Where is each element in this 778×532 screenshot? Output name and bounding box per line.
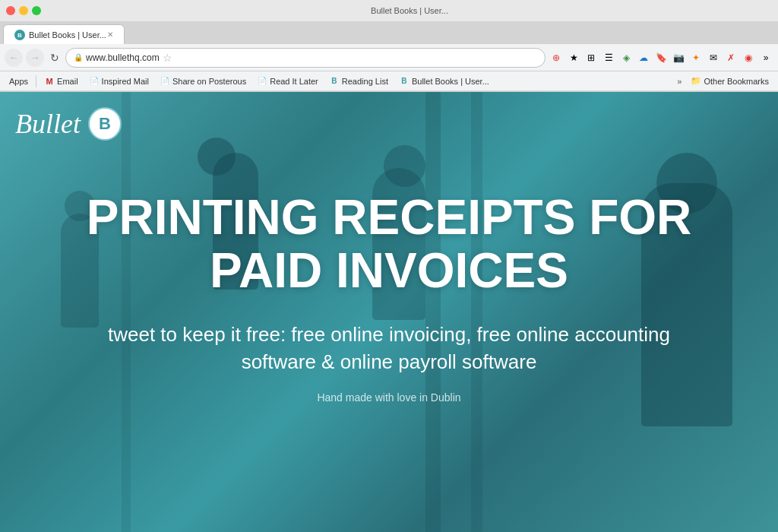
folder-icon: 📁 <box>691 76 701 86</box>
other-bookmarks-section[interactable]: 📁 Other Bookmarks <box>686 74 773 87</box>
back-button[interactable]: ← <box>5 49 23 67</box>
bookmark-bullet-books[interactable]: B Bullet Books | User... <box>394 74 494 88</box>
sub-headline: tweet to keep it free: free online invoi… <box>77 321 701 376</box>
ext-icon-bookmark[interactable]: 🔖 <box>653 50 669 65</box>
read-later-icon: 📄 <box>257 76 267 87</box>
inspired-mail-icon: 📄 <box>89 76 100 87</box>
ext-icon-star[interactable]: ★ <box>566 50 581 65</box>
reload-button[interactable]: ↻ <box>47 50 62 65</box>
browser-chrome: Bullet Books | User... B Bullet Books | … <box>0 0 778 92</box>
bullet-books-label: Bullet Books | User... <box>412 77 489 86</box>
page-content: Bullet B PRINTING RECEIPTS FOR PAID INVO… <box>0 92 778 532</box>
apps-label: Apps <box>9 77 28 86</box>
apps-bookmark[interactable]: Apps <box>5 75 33 87</box>
window-title: Bullet Books | User... <box>47 6 772 15</box>
logo-area: Bullet B <box>15 107 122 141</box>
minimize-window-button[interactable] <box>19 6 28 15</box>
bookmark-posterous[interactable]: 📄 Share on Posterous <box>155 74 251 88</box>
ext-icon-feather[interactable]: ✦ <box>688 50 704 65</box>
bullet-books-icon: B <box>399 76 410 87</box>
svg-text:B: B <box>17 32 22 39</box>
bookmark-star-icon[interactable]: ☆ <box>163 52 172 64</box>
posterous-icon: 📄 <box>160 76 170 87</box>
ext-icon-dots[interactable]: » <box>758 50 773 65</box>
ext-icon-share[interactable]: ⊞ <box>584 50 599 65</box>
ext-icon-camera[interactable]: 📷 <box>671 50 686 65</box>
toolbar: ← → ↻ 🔒 www.bullethq.com ☆ ⊕ ★ ⊞ ☰ ◈ ☁ 🔖… <box>0 44 778 71</box>
logo-badge: B <box>88 107 122 141</box>
tab-favicon: B <box>14 30 25 40</box>
more-arrow: » <box>677 77 682 86</box>
other-bookmarks-label: Other Bookmarks <box>704 77 769 86</box>
logo-text: Bullet <box>15 108 81 140</box>
bookmark-separator-1 <box>36 75 36 87</box>
ext-icon-tag[interactable]: ◈ <box>618 50 634 65</box>
tab-bar: B Bullet Books | User... ✕ <box>0 21 778 44</box>
tab-close-button[interactable]: ✕ <box>107 30 113 39</box>
bookmarks-bar: Apps M Email 📄 Inspired Mail 📄 Share on … <box>0 71 778 91</box>
ext-icon-list[interactable]: ☰ <box>601 50 616 65</box>
footer-text: Hand made with love in Dublin <box>47 391 731 404</box>
ext-icon-letter[interactable]: ✉ <box>706 50 721 65</box>
title-bar: Bullet Books | User... <box>0 0 778 21</box>
ext-icon-x[interactable]: ✗ <box>723 50 738 65</box>
tab-title: Bullet Books | User... <box>29 30 106 40</box>
read-later-label: Read It Later <box>270 77 318 86</box>
logo-badge-letter: B <box>99 114 111 134</box>
security-icon: 🔒 <box>74 53 83 62</box>
bookmark-gmail[interactable]: M Email <box>40 74 83 88</box>
main-headline: PRINTING RECEIPTS FOR PAID INVOICES <box>47 191 731 298</box>
active-tab[interactable]: B Bullet Books | User... ✕ <box>3 24 125 44</box>
inspired-mail-label: Inspired Mail <box>102 77 149 86</box>
gmail-icon: M <box>44 76 55 87</box>
more-bookmarks-button[interactable]: » <box>677 77 682 86</box>
bookmark-read-later[interactable]: 📄 Read It Later <box>252 74 323 88</box>
main-content-area: PRINTING RECEIPTS FOR PAID INVOICES twee… <box>47 191 731 404</box>
gmail-label: Email <box>57 77 78 86</box>
ext-icon-1[interactable]: ⊕ <box>549 50 564 65</box>
bookmark-reading-list[interactable]: B Reading List <box>324 74 393 88</box>
address-bar[interactable]: 🔒 www.bullethq.com ☆ <box>65 48 546 68</box>
reading-list-label: Reading List <box>342 77 388 86</box>
extension-icons: ⊕ ★ ⊞ ☰ ◈ ☁ 🔖 📷 ✦ ✉ ✗ ◉ » <box>549 50 773 65</box>
window-controls <box>6 6 41 15</box>
posterous-label: Share on Posterous <box>172 77 246 86</box>
ext-icon-cloud[interactable]: ☁ <box>636 50 651 65</box>
ext-icon-rss[interactable]: ◉ <box>741 50 756 65</box>
maximize-window-button[interactable] <box>32 6 41 15</box>
forward-button[interactable]: → <box>26 49 44 67</box>
close-window-button[interactable] <box>6 6 15 15</box>
reading-list-icon: B <box>329 76 340 87</box>
url-display: www.bullethq.com <box>86 52 160 63</box>
bookmark-inspired-mail[interactable]: 📄 Inspired Mail <box>84 74 153 88</box>
